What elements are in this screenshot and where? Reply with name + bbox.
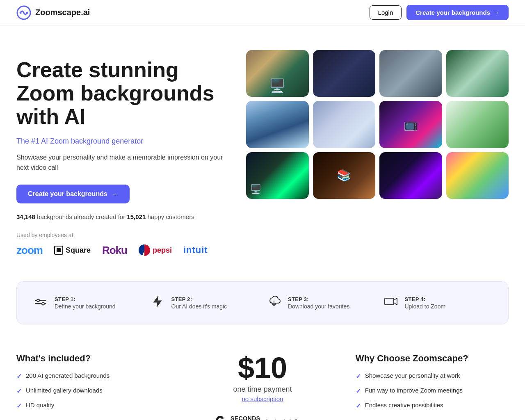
delivery-label: SECONDS DONE [231, 415, 260, 420]
feature-text-2: Unlimited gallery downloads [26, 387, 103, 394]
steps-grid: STEP 1: Define your background STEP 2: O… [33, 294, 492, 312]
feature-item-1: ✓ 200 AI generated backgrounds [16, 372, 169, 380]
delivery-time: 6 [215, 412, 225, 420]
svg-point-5 [37, 299, 39, 301]
gallery-item: 🖥️ [246, 152, 309, 199]
logo-link[interactable]: Zoomscape.ai [16, 5, 90, 20]
check-icon-r3: ✓ [356, 402, 361, 410]
brand-roku: Roku [102, 244, 127, 257]
hero-title: Create stunning Zoom backgrounds with AI [16, 58, 230, 129]
logo-icon [16, 5, 31, 20]
price-amount: $10 [186, 353, 339, 383]
step-2-icon [150, 294, 165, 312]
gallery-item [313, 101, 376, 148]
step-4-label: STEP 4: [405, 296, 446, 302]
hero-section: Create stunning Zoom backgrounds with AI… [0, 25, 525, 273]
step-4-icon [383, 294, 398, 312]
brand-intuit: intuit [183, 245, 208, 256]
gallery-item [379, 152, 442, 199]
square-icon [54, 246, 63, 255]
step-1-label: STEP 1: [55, 296, 116, 302]
check-icon-3: ✓ [16, 402, 22, 410]
svg-point-6 [42, 302, 44, 305]
gallery-item [313, 50, 376, 97]
hero-left: Create stunning Zoom backgrounds with AI… [16, 50, 230, 257]
feature-right-item-1: ✓ Showcase your personality at work [356, 372, 509, 380]
step-3-desc: Download your favorites [288, 303, 349, 310]
steps-section: STEP 1: Define your background STEP 2: O… [16, 281, 509, 324]
gallery-item [446, 101, 509, 148]
gallery-item: 📺 [379, 101, 442, 148]
nav-cta-arrow: → [493, 9, 500, 16]
step-2-desc: Our AI does it's magic [171, 303, 227, 310]
gallery-item [246, 101, 309, 148]
feature-text-r1: Showcase your personality at work [365, 372, 460, 379]
feature-text-1: 200 AI generated backgrounds [26, 372, 110, 379]
step-2: STEP 2: Our AI does it's magic [150, 294, 259, 312]
feature-text-r2: Fun way to improve Zoom meetings [365, 387, 463, 394]
step-2-label: STEP 2: [171, 296, 227, 302]
price-desc: one time payment [186, 385, 339, 394]
check-icon-r2: ✓ [356, 387, 361, 395]
price-no-subscription: no subscription [186, 395, 339, 402]
features-center: $10 one time payment no subscription 6 S… [186, 353, 339, 420]
features-section: What's included? ✓ 200 AI generated back… [0, 333, 525, 420]
hero-cta-arrow: → [112, 190, 118, 198]
hero-gallery: 🖥️ 📺 🖥️ 📚 [246, 50, 509, 199]
step-1-desc: Define your background [55, 303, 116, 310]
brand-logos: zoom Square Roku pepsi intuit [16, 244, 230, 257]
brand-square: Square [54, 246, 91, 255]
step-3-label: STEP 3: [288, 296, 349, 302]
features-right: Why Choose Zoomscape? ✓ Showcase your pe… [356, 353, 509, 416]
gallery-item [446, 50, 509, 97]
used-by-label: Used by employees at [16, 232, 230, 238]
used-by-section: Used by employees at zoom Square Roku pe… [16, 232, 230, 257]
check-icon-r1: ✓ [356, 372, 361, 380]
step-4-desc: Upload to Zoom [405, 303, 446, 310]
login-button[interactable]: Login [370, 5, 402, 20]
features-left-title: What's included? [16, 353, 169, 364]
nav-cta-button[interactable]: Create your backgrounds → [406, 5, 509, 20]
delivery-section: 6 SECONDS DONE instant delivery [186, 412, 339, 420]
features-right-title: Why Choose Zoomscape? [356, 353, 509, 364]
brand-pepsi: pepsi [139, 244, 172, 256]
hero-subtitle: The #1 AI Zoom background generator [16, 137, 230, 146]
step-1-icon [33, 294, 48, 312]
nav-cta-label: Create your backgrounds [415, 9, 490, 16]
gallery-item [379, 50, 442, 97]
step-1: STEP 1: Define your background [33, 294, 142, 312]
feature-text-r3: Endless creative possibilities [365, 402, 443, 409]
delivery-text: instant delivery [266, 418, 310, 420]
nav-actions: Login Create your backgrounds → [370, 5, 509, 20]
hero-description: Showcase your personality and make a mem… [16, 152, 230, 173]
step-3-icon [267, 294, 281, 312]
svg-rect-7 [385, 298, 394, 305]
feature-right-item-2: ✓ Fun way to improve Zoom meetings [356, 387, 509, 395]
feature-right-item-3: ✓ Endless creative possibilities [356, 402, 509, 410]
svg-point-2 [26, 11, 28, 14]
logo-text: Zoomscape.ai [35, 8, 90, 17]
brand-zoom: zoom [16, 244, 43, 257]
feature-item-3: ✓ HD quality [16, 402, 169, 410]
feature-text-3: HD quality [26, 402, 54, 409]
step-3: STEP 3: Download your favorites [267, 294, 375, 312]
svg-point-1 [20, 11, 22, 14]
gallery-item [446, 152, 509, 199]
step-4: STEP 4: Upload to Zoom [383, 294, 492, 312]
pepsi-icon [139, 244, 150, 256]
gallery-item: 🖥️ [246, 50, 309, 97]
check-icon-2: ✓ [16, 387, 22, 395]
features-left: What's included? ✓ 200 AI generated back… [16, 353, 169, 416]
hero-cta-button[interactable]: Create your backgrounds → [16, 185, 130, 203]
hero-stats: 34,148 backgrounds already created for 1… [16, 213, 230, 220]
hero-cta-label: Create your backgrounds [28, 190, 107, 198]
gallery-item: 📚 [313, 152, 376, 199]
check-icon-1: ✓ [16, 372, 22, 380]
feature-item-2: ✓ Unlimited gallery downloads [16, 387, 169, 395]
